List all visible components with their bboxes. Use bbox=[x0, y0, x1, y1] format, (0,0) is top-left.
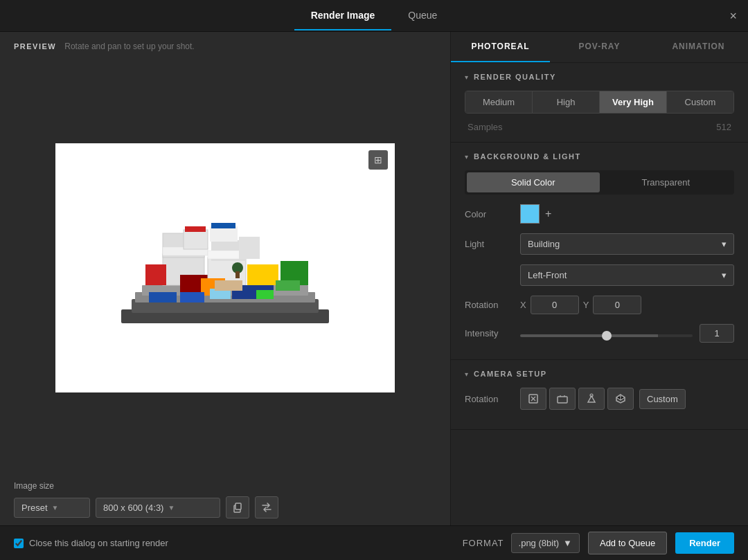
quality-custom-button[interactable]: Custom bbox=[667, 91, 733, 113]
svg-rect-6 bbox=[145, 264, 166, 285]
color-plus-button[interactable]: + bbox=[545, 208, 551, 220]
camera-rotation-controls: Custom bbox=[520, 388, 686, 410]
light-type-select[interactable]: Building ▾ bbox=[520, 233, 734, 255]
quality-high-button[interactable]: High bbox=[533, 91, 600, 113]
camera-rotation-label: Rotation bbox=[465, 394, 520, 404]
camera-collapse-icon: ▾ bbox=[465, 370, 468, 378]
svg-rect-14 bbox=[180, 292, 204, 302]
size-dropdown[interactable]: 800 x 600 (4:3) ▼ bbox=[96, 498, 220, 518]
tab-queue[interactable]: Queue bbox=[391, 1, 454, 30]
title-bar: Render Image Queue × bbox=[0, 0, 748, 32]
camera-rotation-row: Rotation bbox=[465, 388, 734, 410]
preset-dropdown[interactable]: Preset ▼ bbox=[14, 498, 90, 518]
intensity-label: Intensity bbox=[465, 328, 520, 338]
intensity-slider[interactable] bbox=[520, 334, 693, 337]
render-quality-header[interactable]: ▾ RENDER QUALITY bbox=[465, 73, 734, 81]
background-light-header[interactable]: ▾ BACKGROUND & LIGHT bbox=[465, 152, 734, 161]
camera-section-title: CAMERA SETUP bbox=[474, 370, 547, 378]
camera-iso-icon bbox=[614, 392, 627, 405]
camera-top-icon bbox=[527, 392, 540, 405]
camera-angle-1-button[interactable] bbox=[520, 388, 546, 410]
svg-rect-25 bbox=[210, 226, 238, 242]
svg-rect-10 bbox=[247, 264, 278, 285]
format-dropdown[interactable]: .png (8bit) ▼ bbox=[511, 533, 580, 553]
svg-rect-20 bbox=[235, 271, 240, 278]
bg-transparent-tab[interactable]: Transparent bbox=[600, 172, 733, 192]
close-dialog-checkbox-wrap: Close this dialog on starting render bbox=[14, 538, 168, 548]
rotation-x-label: X bbox=[520, 300, 526, 310]
svg-rect-13 bbox=[149, 292, 177, 302]
tab-photoreal[interactable]: PHOTOREAL bbox=[451, 32, 550, 62]
light-direction-select[interactable]: Left-Front ▾ bbox=[520, 264, 734, 286]
preview-canvas: ⊞ bbox=[55, 143, 395, 392]
copy-size-button[interactable] bbox=[226, 496, 249, 518]
size-label: 800 x 600 (4:3) bbox=[103, 503, 163, 513]
close-dialog-label: Close this dialog on starting render bbox=[29, 538, 168, 548]
bg-type-tabs: Solid Color Transparent bbox=[465, 170, 734, 195]
quality-collapse-icon: ▾ bbox=[465, 73, 468, 81]
quality-very-high-button[interactable]: Very High bbox=[600, 91, 667, 113]
light-direction-arrow-icon: ▾ bbox=[722, 270, 727, 280]
rotation-label: Rotation bbox=[465, 300, 520, 310]
intensity-row: Intensity 1 bbox=[465, 324, 734, 343]
main-container: PREVIEW Rotate and pan to set up your sh… bbox=[0, 32, 748, 525]
render-button[interactable]: Render bbox=[675, 532, 734, 554]
copy-icon bbox=[232, 502, 243, 513]
close-dialog-checkbox[interactable] bbox=[14, 539, 24, 548]
camera-front-icon bbox=[556, 392, 569, 405]
image-size-controls: Preset ▼ 800 x 600 (4:3) ▼ bbox=[14, 496, 436, 518]
swap-size-button[interactable] bbox=[255, 496, 278, 518]
preview-label: PREVIEW bbox=[14, 42, 56, 51]
light-row: Light Building ▾ bbox=[465, 233, 734, 255]
tab-pov-ray[interactable]: POV-RAY bbox=[550, 32, 649, 62]
background-light-section: ▾ BACKGROUND & LIGHT Solid Color Transpa… bbox=[451, 143, 748, 360]
camera-angle-4-button[interactable] bbox=[607, 388, 634, 410]
quality-buttons-group: Medium High Very High Custom bbox=[465, 91, 734, 114]
camera-setup-header[interactable]: ▾ CAMERA SETUP bbox=[465, 370, 734, 378]
camera-setup-section: ▾ CAMERA SETUP Rotation bbox=[451, 360, 748, 430]
intensity-value-input[interactable]: 1 bbox=[700, 324, 734, 343]
format-label: FORMAT bbox=[463, 538, 504, 548]
light-direction-value: Left-Front bbox=[528, 270, 567, 280]
rotation-x-input[interactable]: 0 bbox=[531, 296, 579, 314]
lego-model-preview bbox=[80, 157, 371, 379]
svg-rect-17 bbox=[276, 280, 300, 291]
light-label: Light bbox=[465, 239, 520, 249]
quality-section-title: RENDER QUALITY bbox=[474, 73, 556, 81]
left-panel: PREVIEW Rotate and pan to set up your sh… bbox=[0, 32, 450, 525]
camera-custom-button[interactable]: Custom bbox=[639, 389, 686, 409]
format-section: FORMAT .png (8bit) ▼ bbox=[463, 533, 580, 553]
preview-canvas-area: ⊞ bbox=[0, 61, 450, 474]
tab-render-image[interactable]: Render Image bbox=[294, 1, 392, 30]
preview-header: PREVIEW Rotate and pan to set up your sh… bbox=[0, 32, 450, 61]
rotation-y-label: Y bbox=[583, 300, 589, 310]
light-type-value: Building bbox=[528, 239, 560, 249]
swap-icon bbox=[261, 502, 272, 513]
bg-solid-color-tab[interactable]: Solid Color bbox=[467, 172, 600, 192]
quality-medium-button[interactable]: Medium bbox=[465, 91, 533, 113]
title-tabs: Render Image Queue bbox=[294, 1, 454, 30]
svg-rect-32 bbox=[558, 397, 567, 403]
tab-animation[interactable]: ANIMATION bbox=[649, 32, 748, 62]
camera-angle-3-button[interactable] bbox=[578, 388, 605, 410]
size-arrow-icon: ▼ bbox=[168, 504, 175, 512]
preset-label: Preset bbox=[21, 503, 48, 513]
format-arrow-icon: ▼ bbox=[563, 538, 572, 548]
bottom-bar: Close this dialog on starting render FOR… bbox=[0, 525, 748, 560]
camera-angle-2-button[interactable] bbox=[549, 388, 576, 410]
light-type-arrow-icon: ▾ bbox=[722, 239, 727, 249]
svg-rect-28 bbox=[211, 223, 235, 228]
samples-row: Samples 512 bbox=[465, 122, 734, 132]
svg-rect-18 bbox=[256, 290, 274, 299]
intensity-slider-wrap bbox=[520, 327, 693, 340]
svg-rect-30 bbox=[235, 503, 241, 509]
canvas-action-button[interactable]: ⊞ bbox=[368, 150, 388, 170]
close-button[interactable]: × bbox=[729, 8, 737, 23]
rotation-y-input[interactable]: 0 bbox=[593, 296, 641, 314]
svg-rect-24 bbox=[184, 230, 208, 249]
color-swatch[interactable] bbox=[520, 204, 540, 224]
format-value: .png (8bit) bbox=[519, 538, 560, 548]
preset-arrow-icon: ▼ bbox=[52, 504, 59, 512]
image-size-section: Image size Preset ▼ 800 x 600 (4:3) ▼ bbox=[0, 474, 450, 525]
add-to-queue-button[interactable]: Add to Queue bbox=[588, 532, 667, 554]
